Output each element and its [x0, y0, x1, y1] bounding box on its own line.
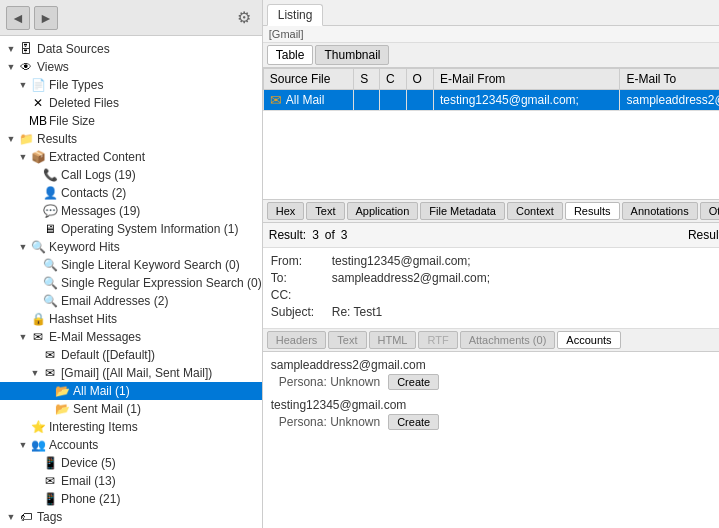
expander-keyword-hits[interactable]: ▼	[16, 240, 30, 254]
tree-item-call-logs[interactable]: 📞Call Logs (19)	[0, 166, 262, 184]
expander-default[interactable]	[28, 348, 42, 362]
expander-phone-acct[interactable]	[28, 492, 42, 506]
tree-item-email-messages[interactable]: ▼✉E-Mail Messages	[0, 328, 262, 346]
expander-results[interactable]: ▼	[4, 132, 18, 146]
expander-gmail[interactable]: ▼	[28, 366, 42, 380]
right-panel: Listing [Gmail] Table Thumbnail Source F…	[263, 0, 719, 528]
tree-item-email-addresses[interactable]: 🔍Email Addresses (2)	[0, 292, 262, 310]
expander-accounts-node[interactable]: ▼	[16, 438, 30, 452]
file-metadata-tab[interactable]: File Metadata	[420, 202, 505, 220]
attachments-tab[interactable]: Attachments (0)	[460, 331, 556, 349]
expander-views[interactable]: ▼	[4, 60, 18, 74]
application-tab[interactable]: Application	[347, 202, 419, 220]
html-tab[interactable]: HTML	[369, 331, 417, 349]
inner-tabs-row: Headers Text HTML RTF Attachments (0) Ac…	[263, 329, 719, 352]
expander-call-logs[interactable]	[28, 168, 42, 182]
contacts-icon: 👤	[42, 185, 58, 201]
expander-single-literal[interactable]	[28, 258, 42, 272]
expander-sent-mail[interactable]	[40, 402, 54, 416]
accounts-icon: 👥	[30, 437, 46, 453]
thumbnail-subtab[interactable]: Thumbnail	[315, 45, 389, 65]
expander-extracted[interactable]: ▼	[16, 150, 30, 164]
rtf-tab[interactable]: RTF	[418, 331, 457, 349]
tree-item-file-types[interactable]: ▼📄File Types	[0, 76, 262, 94]
tree-item-file-size[interactable]: MBFile Size	[0, 112, 262, 130]
expander-device[interactable]	[28, 456, 42, 470]
tree-item-email-acct[interactable]: ✉Email (13)	[0, 472, 262, 490]
cell-from: testing12345@gmail.com;	[434, 90, 620, 111]
cell-to: sampleaddress2@gm	[620, 90, 719, 111]
col-c: C	[380, 69, 407, 90]
tree-item-device[interactable]: 📱Device (5)	[0, 454, 262, 472]
cc-label: CC:	[271, 288, 326, 302]
results-tab[interactable]: Results	[565, 202, 620, 220]
expander-os-info[interactable]	[28, 222, 42, 236]
tree-item-single-literal[interactable]: 🔍Single Literal Keyword Search (0)	[0, 256, 262, 274]
from-value: testing12345@gmail.com;	[332, 254, 471, 268]
tree-item-interesting[interactable]: ⭐Interesting Items	[0, 418, 262, 436]
tree-label-interesting: Interesting Items	[49, 420, 138, 434]
text-inner-tab[interactable]: Text	[328, 331, 366, 349]
expander-email-messages[interactable]: ▼	[16, 330, 30, 344]
tree-item-tags[interactable]: ▼🏷Tags	[0, 508, 262, 526]
other-occu-tab[interactable]: Other Occu	[700, 202, 719, 220]
annotations-tab[interactable]: Annotations	[622, 202, 698, 220]
cell-o	[406, 90, 433, 111]
expander-email-addresses[interactable]	[28, 294, 42, 308]
tree-item-accounts-node[interactable]: ▼👥Accounts	[0, 436, 262, 454]
forward-button[interactable]: ►	[34, 6, 58, 30]
tree-label-os-info: Operating System Information (1)	[61, 222, 238, 236]
tree-item-results[interactable]: ▼📁Results	[0, 130, 262, 148]
envelope-icon: ✉	[42, 473, 58, 489]
tree-item-deleted-files[interactable]: ✕Deleted Files	[0, 94, 262, 112]
expander-file-types[interactable]: ▼	[16, 78, 30, 92]
expander-contacts[interactable]	[28, 186, 42, 200]
accounts-inner-tab[interactable]: Accounts	[557, 331, 620, 349]
expander-email-acct[interactable]	[28, 474, 42, 488]
kw-icon: 🔍	[42, 257, 58, 273]
tree-label-data-sources: Data Sources	[37, 42, 110, 56]
expander-messages[interactable]	[28, 204, 42, 218]
listing-tab[interactable]: Listing	[267, 4, 324, 26]
expander-single-regex[interactable]	[28, 276, 42, 290]
gear-icon[interactable]: ⚙	[232, 6, 256, 30]
tree-item-single-regex[interactable]: 🔍Single Regular Expression Search (0)	[0, 274, 262, 292]
table-row[interactable]: ✉ All Mailtesting12345@gmail.com;samplea…	[263, 90, 719, 111]
expander-tags[interactable]: ▼	[4, 510, 18, 524]
x-icon: ✕	[30, 95, 46, 111]
tree-item-os-info[interactable]: 🖥Operating System Information (1)	[0, 220, 262, 238]
tree-item-extracted[interactable]: ▼📦Extracted Content	[0, 148, 262, 166]
tree-item-data-sources[interactable]: ▼🗄Data Sources	[0, 40, 262, 58]
headers-tab[interactable]: Headers	[267, 331, 327, 349]
back-button[interactable]: ◄	[6, 6, 30, 30]
tree-item-views[interactable]: ▼👁Views	[0, 58, 262, 76]
tree-item-default[interactable]: ✉Default ([Default])	[0, 346, 262, 364]
expander-hashset-hits[interactable]	[16, 312, 30, 326]
top-section: Listing [Gmail] Table Thumbnail Source F…	[263, 0, 719, 200]
tree-item-all-mail[interactable]: 📂All Mail (1)	[0, 382, 262, 400]
tree-item-hashset-hits[interactable]: 🔒Hashset Hits	[0, 310, 262, 328]
tree-item-gmail[interactable]: ▼✉[Gmail] ([All Mail, Sent Mail])	[0, 364, 262, 382]
tree-item-contacts[interactable]: 👤Contacts (2)	[0, 184, 262, 202]
tree-item-keyword-hits[interactable]: ▼🔍Keyword Hits	[0, 238, 262, 256]
tree-item-sent-mail[interactable]: 📂Sent Mail (1)	[0, 400, 262, 418]
tree-label-call-logs: Call Logs (19)	[61, 168, 136, 182]
expander-all-mail[interactable]	[40, 384, 54, 398]
detail-tabs-row: Hex Text Application File Metadata Conte…	[263, 200, 719, 223]
tree-item-messages[interactable]: 💬Messages (19)	[0, 202, 262, 220]
text-tab[interactable]: Text	[306, 202, 344, 220]
create-button[interactable]: Create	[388, 414, 439, 430]
expander-file-size[interactable]	[16, 114, 30, 128]
expander-interesting[interactable]	[16, 420, 30, 434]
hex-tab[interactable]: Hex	[267, 202, 305, 220]
subject-field: Subject: Re: Test1	[271, 305, 719, 319]
expander-deleted-files[interactable]	[16, 96, 30, 110]
account-entry: sampleaddress2@gmail.comPersona: Unknown…	[271, 358, 719, 390]
col-source: Source File	[263, 69, 353, 90]
table-subtab[interactable]: Table	[267, 45, 314, 65]
tree-item-phone-acct[interactable]: 📱Phone (21)	[0, 490, 262, 508]
expander-data-sources[interactable]: ▼	[4, 42, 18, 56]
create-button[interactable]: Create	[388, 374, 439, 390]
tree-label-views: Views	[37, 60, 69, 74]
context-tab[interactable]: Context	[507, 202, 563, 220]
